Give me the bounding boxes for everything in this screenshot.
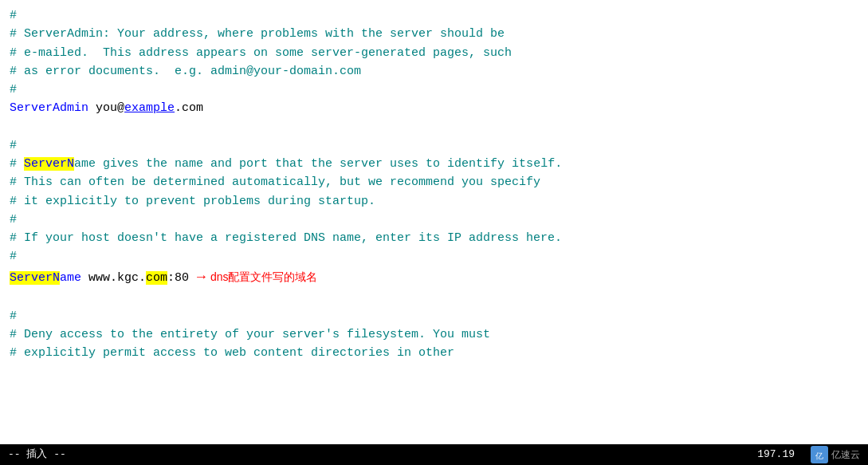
logo-text: 亿速云 bbox=[831, 447, 860, 463]
line-4: # as error documents. e.g. admin@your-do… bbox=[10, 62, 858, 81]
com-highlight: com bbox=[146, 271, 167, 285]
line-18: # Deny access to the entirety of your se… bbox=[10, 325, 858, 344]
code-area: # # ServerAdmin: Your address, where pro… bbox=[0, 0, 868, 368]
logo-area: 亿 亿速云 bbox=[811, 446, 860, 463]
servername-highlight: ServerN bbox=[24, 157, 74, 171]
servername-value: www.kgc. bbox=[81, 271, 146, 285]
line-8: # bbox=[10, 136, 858, 155]
annotation-text: dns配置文件写的域名 bbox=[210, 269, 318, 286]
line-6: ServerAdmin you@example.com bbox=[10, 99, 858, 117]
email-example: example bbox=[124, 101, 175, 115]
line-10: # This can often be determined automatic… bbox=[10, 173, 858, 191]
svg-text:亿: 亿 bbox=[815, 451, 823, 460]
line-15: ServerName www.kgc.com:80→dns配置文件写的域名 bbox=[10, 266, 858, 289]
line-1: # bbox=[10, 6, 858, 25]
email-suffix: .com bbox=[175, 101, 203, 115]
serveradmin-keyword: ServerAdmin bbox=[10, 101, 88, 115]
line-9: # ServerName gives the name and port tha… bbox=[10, 155, 858, 173]
line-5: # bbox=[10, 81, 858, 99]
servername-port: :80 bbox=[167, 271, 189, 285]
line-blank-2 bbox=[10, 288, 858, 306]
servername-directive-highlight: ServerN bbox=[10, 271, 60, 285]
arrow-icon: → bbox=[197, 266, 206, 289]
line-13: # If your host doesn't have a registered… bbox=[10, 229, 858, 247]
ip-display: 197.19 bbox=[757, 447, 795, 463]
insert-mode-label: -- 插入 -- bbox=[8, 447, 66, 463]
line-19: # explicitly permit access to web conten… bbox=[10, 344, 858, 362]
servername-ame: ame bbox=[60, 271, 81, 285]
status-bar: -- 插入 -- 197.19 亿 亿速云 bbox=[0, 444, 868, 465]
serveradmin-value: you@ bbox=[88, 101, 124, 115]
line-blank-1 bbox=[10, 118, 858, 136]
line-3: # e-mailed. This address appears on some… bbox=[10, 44, 858, 62]
line-14: # bbox=[10, 247, 858, 266]
line-17: # bbox=[10, 307, 858, 325]
line-11: # it explicitly to prevent problems duri… bbox=[10, 192, 858, 211]
arrow-annotation: →dns配置文件写的域名 bbox=[197, 266, 317, 289]
logo-icon: 亿 bbox=[811, 446, 828, 463]
line-12: # bbox=[10, 211, 858, 229]
line-2: # ServerAdmin: Your address, where probl… bbox=[10, 25, 858, 43]
bottom-right: 197.19 亿 亿速云 bbox=[757, 446, 860, 463]
